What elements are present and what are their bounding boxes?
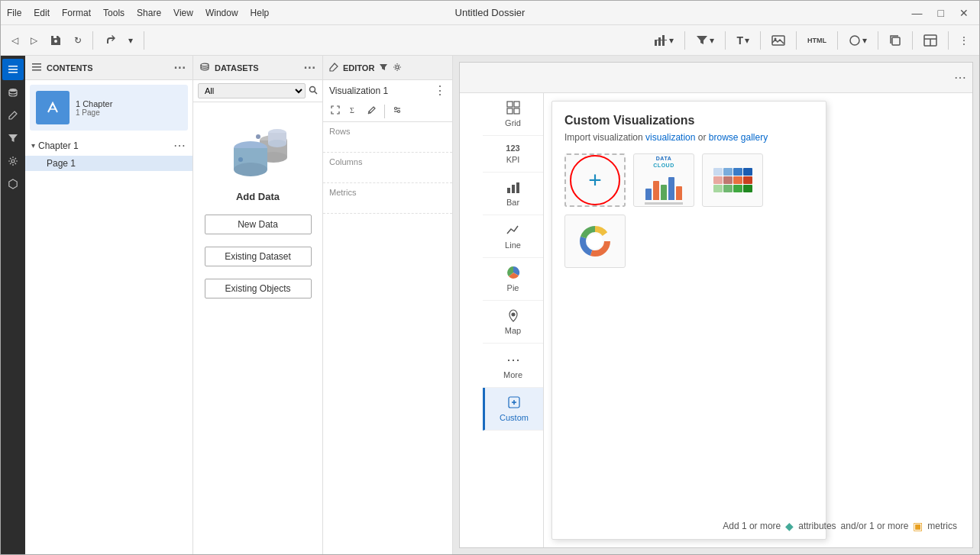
refresh-button[interactable]: ↻ xyxy=(70,32,86,49)
menu-edit[interactable]: Edit xyxy=(34,8,50,18)
datasets-panel-menu[interactable]: ⋯ xyxy=(303,60,316,75)
editor-brush-button[interactable] xyxy=(364,104,380,118)
menu-share[interactable]: Share xyxy=(137,8,161,18)
datasets-search-button[interactable] xyxy=(309,85,318,97)
add-data-area: Add Data New Data Existing Dataset Exist… xyxy=(193,102,322,554)
canvas-inner: ⋯ Grid 123 KPI xyxy=(459,62,973,548)
duplicate-button[interactable] xyxy=(885,31,906,50)
save-button[interactable] xyxy=(45,31,66,50)
import-viz-link[interactable]: visualization xyxy=(645,132,695,143)
pie-icon xyxy=(506,266,520,281)
sidebar-item-settings[interactable] xyxy=(2,150,24,172)
filter-button[interactable]: ▾ xyxy=(691,31,719,50)
chapter-row[interactable]: ▾ Chapter 1 ⋯ xyxy=(25,135,192,156)
contents-panel-menu[interactable]: ⋯ xyxy=(173,60,186,75)
chapter-menu-button[interactable]: ⋯ xyxy=(173,138,186,153)
menu-view[interactable]: View xyxy=(173,8,193,18)
add-data-label: Add Data xyxy=(236,191,280,202)
viz-type-custom[interactable]: Custom xyxy=(483,388,543,431)
editor-properties-button[interactable] xyxy=(390,104,405,118)
shape-button[interactable]: ▾ xyxy=(844,31,872,50)
image-button[interactable] xyxy=(767,32,790,49)
viz-type-grid[interactable]: Grid xyxy=(483,93,543,136)
editor-sum-button[interactable]: Σ xyxy=(346,104,361,118)
metric-label: metrics xyxy=(927,521,957,531)
existing-objects-button[interactable]: Existing Objects xyxy=(205,279,312,298)
menu-file[interactable]: File xyxy=(7,8,21,18)
visualization-panel: Grid 123 KPI Bar xyxy=(483,93,972,547)
viz-type-pie[interactable]: Pie xyxy=(483,258,543,301)
datacloud-viz-thumb[interactable]: DATA CLOUD xyxy=(633,153,694,207)
shape-icon xyxy=(849,34,861,47)
page-row[interactable]: Page 1 xyxy=(25,156,192,171)
sidebar-item-shared[interactable] xyxy=(2,173,24,195)
editor-toolbar-sep xyxy=(384,105,385,118)
undo-button[interactable]: ◁ xyxy=(7,32,23,49)
visualization-title: Visualization 1 xyxy=(329,86,388,96)
datacloud-viz-icon: DATA CLOUD xyxy=(642,153,686,208)
text-button[interactable]: T▾ xyxy=(732,31,754,50)
editor-filter-icon xyxy=(379,63,388,73)
menu-format[interactable]: Format xyxy=(62,8,91,18)
viz-type-line-label: Line xyxy=(505,240,521,250)
custom-icon xyxy=(507,395,521,411)
sidebar-item-contents[interactable] xyxy=(2,59,24,80)
html-button[interactable]: HTML xyxy=(803,34,831,47)
visualization-menu-button[interactable]: ⋮ xyxy=(434,83,446,98)
layout-button[interactable] xyxy=(919,31,942,50)
maximize-button[interactable]: □ xyxy=(933,5,949,21)
viz-type-map-label: Map xyxy=(505,326,521,335)
main-toolbar: ◁ ▷ ↻ ▾ ▾ ▾ T▾ xyxy=(1,25,979,56)
custom-viz-title: Custom Visualizations xyxy=(564,114,813,127)
new-data-button[interactable]: New Data xyxy=(205,215,312,234)
viz-type-line[interactable]: Line xyxy=(483,215,543,258)
menu-help[interactable]: Help xyxy=(251,8,270,18)
redo-icon: ▷ xyxy=(31,35,37,46)
redo-button[interactable]: ▷ xyxy=(26,32,42,49)
viz-type-bar-label: Bar xyxy=(506,198,519,207)
datasets-filter-select[interactable]: All xyxy=(198,83,306,98)
columns-label: Columns xyxy=(329,157,362,166)
toolbar-more-button[interactable]: ▾ xyxy=(124,32,137,49)
save-icon xyxy=(50,34,62,47)
plus-icon: + xyxy=(588,167,602,193)
svg-point-34 xyxy=(396,66,399,69)
sidebar-item-edit[interactable] xyxy=(2,105,24,126)
svg-point-21 xyxy=(310,87,315,92)
menu-tools[interactable]: Tools xyxy=(103,8,125,18)
columns-section: Columns xyxy=(323,153,452,183)
svg-rect-17 xyxy=(32,63,41,65)
close-button[interactable]: ✕ xyxy=(955,5,973,21)
sidebar-item-filter[interactable] xyxy=(2,127,24,149)
editor-corners-button[interactable] xyxy=(328,104,343,118)
viz-type-bar[interactable]: Bar xyxy=(483,173,543,215)
map-icon xyxy=(506,308,520,324)
share-button[interactable] xyxy=(99,31,121,50)
sidebar-item-data[interactable] xyxy=(2,82,24,103)
minimize-button[interactable]: — xyxy=(907,5,927,21)
menu-window[interactable]: Window xyxy=(205,8,238,18)
dossier-page-count: 1 Page xyxy=(76,108,112,117)
toolbar-sep-6 xyxy=(796,31,797,50)
custom-viz-gallery: + DATA CLOUD xyxy=(564,153,813,268)
svg-rect-42 xyxy=(507,108,513,114)
toolbar-sep-7 xyxy=(837,31,838,50)
viz-type-more[interactable]: ⋯ More xyxy=(483,344,543,388)
dossier-thumbnail xyxy=(36,91,70,124)
hexagon-icon xyxy=(8,179,18,189)
donut-viz-thumb[interactable] xyxy=(564,215,626,268)
canvas-options-button[interactable]: ⋯ xyxy=(954,70,966,85)
editor-gear-icon[interactable] xyxy=(393,63,402,73)
chart-button[interactable]: ▾ xyxy=(649,31,678,50)
kebab-menu-button[interactable]: ⋮ xyxy=(955,32,973,49)
matrix-viz-thumb[interactable] xyxy=(702,153,763,207)
attribute-icon: ◆ xyxy=(785,520,794,532)
add-custom-viz-button[interactable]: + xyxy=(564,153,626,207)
viz-type-map[interactable]: Map xyxy=(483,301,543,344)
browse-gallery-link[interactable]: browse gallery xyxy=(709,132,768,143)
viz-type-kpi[interactable]: 123 KPI xyxy=(483,136,543,173)
datasets-search-bar: All xyxy=(193,80,322,102)
contents-header-icon xyxy=(31,62,42,74)
dossier-item[interactable]: 1 Chapter 1 Page xyxy=(30,85,188,131)
existing-dataset-button[interactable]: Existing Dataset xyxy=(205,247,312,266)
